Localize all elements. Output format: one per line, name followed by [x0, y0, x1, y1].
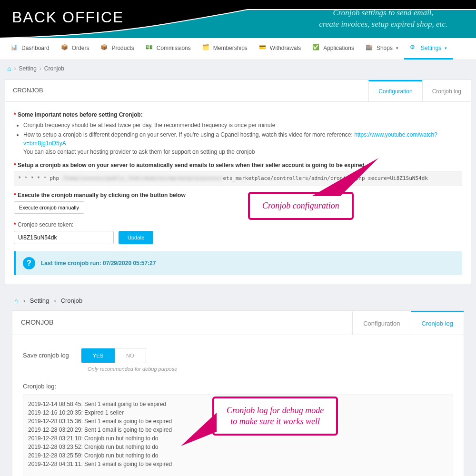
token-input[interactable] [14, 231, 114, 244]
orders-icon: 📦 [61, 44, 69, 52]
withdrawals-icon: 💳 [259, 44, 268, 52]
panel-title: CRONJOB [12, 311, 352, 335]
nav-shops[interactable]: 🏬Shops▾ [360, 38, 404, 60]
callout-log: Cronjob log for debug mode to make sure … [212, 397, 338, 436]
banner-title: BACK OFFICE [12, 9, 124, 26]
save-log-label: Save cronjob log [23, 351, 75, 360]
nav-orders[interactable]: 📦Orders [55, 38, 95, 60]
nav-memberships[interactable]: 🗂️Memberships [197, 38, 253, 60]
breadcrumb: ⌂ › Setting › Cronjob [0, 291, 476, 310]
save-log-toggle[interactable]: YES NO [81, 348, 146, 364]
home-icon[interactable]: ⌂ [14, 297, 18, 305]
exec-heading: Execute the cronjob manually by clicking… [18, 192, 186, 198]
breadcrumb-setting[interactable]: Setting [19, 65, 36, 72]
note-item: Cronjob frequency should be at least twi… [23, 121, 462, 129]
banner-subtitle: Cronjob settings to send email, create i… [319, 7, 447, 30]
callout-config: Cronjob configuration [248, 192, 354, 220]
chevron-right-icon: › [23, 297, 25, 304]
home-icon[interactable]: ⌂ [7, 65, 11, 72]
nav-settings[interactable]: ⚙Settings▾ [404, 38, 453, 60]
chevron-right-icon: › [54, 297, 56, 304]
note-item: How to setup a cronjob is different depe… [23, 130, 462, 156]
svg-marker-1 [181, 413, 217, 446]
tab-configuration[interactable]: Configuration [368, 80, 422, 101]
tab-cronjob-log[interactable]: Cronjob log [411, 311, 464, 335]
log-label: Cronjob log: [23, 382, 453, 391]
execute-cronjob-button[interactable]: Execute cronjob manually [14, 201, 84, 214]
gear-icon: ⚙ [410, 44, 418, 52]
info-icon: ? [23, 257, 35, 269]
last-run-text: Last time cronjob run: 07/29/2020 05:57:… [41, 259, 156, 268]
save-log-hint: Only recommended for debug purpose [88, 365, 453, 373]
cronjob-log-panel: CRONJOB Configuration Cronjob log Save c… [12, 310, 464, 476]
commissions-icon: 💵 [146, 44, 154, 52]
chevron-right-icon: › [40, 65, 41, 72]
chevron-down-icon: ▾ [445, 46, 447, 50]
update-button[interactable]: Update [119, 231, 153, 244]
svg-marker-0 [312, 158, 378, 196]
tab-configuration[interactable]: Configuration [352, 311, 410, 335]
log-line: 2019-12-28 04:31:11: Sent 1 email is goi… [28, 460, 448, 468]
shops-icon: 🏬 [366, 44, 374, 52]
toggle-no[interactable]: NO [115, 348, 146, 363]
log-line: 2019-12-28 03:25:59: Cronjob run but not… [28, 451, 448, 460]
panel-title: CRONJOB [5, 80, 368, 101]
breadcrumb-cronjob: Cronjob [61, 297, 83, 304]
memberships-icon: 🗂️ [202, 44, 211, 52]
notes-heading: Some important notes before setting Cron… [18, 111, 143, 118]
header-banner: BACK OFFICE Cronjob settings to send ema… [0, 0, 476, 38]
chevron-right-icon: › [14, 65, 16, 72]
nav-commissions[interactable]: 💵Commissions [140, 38, 197, 60]
nav-products[interactable]: 📦Products [95, 38, 139, 60]
token-label: Cronjob secure token: [18, 221, 73, 228]
breadcrumb-cronjob: Cronjob [44, 65, 64, 72]
nav-dashboard[interactable]: 📊Dashboard [5, 38, 55, 60]
log-line: 2019-12-28 03:23:52: Cronjob run but not… [28, 443, 448, 451]
breadcrumb: ⌂ › Setting › Cronjob [0, 60, 476, 77]
tab-cronjob-log[interactable]: Cronjob log [422, 80, 471, 101]
top-nav: 📊Dashboard 📦Orders 📦Products 💵Commission… [0, 38, 476, 60]
toggle-yes[interactable]: YES [81, 348, 115, 363]
cron-command: * * * * * php /home/xxxxxxx/public_html/… [14, 171, 462, 186]
dashboard-icon: 📊 [10, 44, 19, 52]
applications-icon: ✅ [312, 44, 321, 52]
nav-withdrawals[interactable]: 💳Withdrawals [253, 38, 307, 60]
cronjob-config-panel: CRONJOB Configuration Cronjob log * Some… [5, 79, 471, 284]
breadcrumb-setting[interactable]: Setting [30, 297, 49, 304]
nav-applications[interactable]: ✅Applications [307, 38, 360, 60]
products-icon: 📦 [100, 44, 109, 52]
chevron-down-icon: ▾ [396, 46, 398, 50]
info-bar: ? Last time cronjob run: 07/29/2020 05:5… [14, 251, 462, 275]
